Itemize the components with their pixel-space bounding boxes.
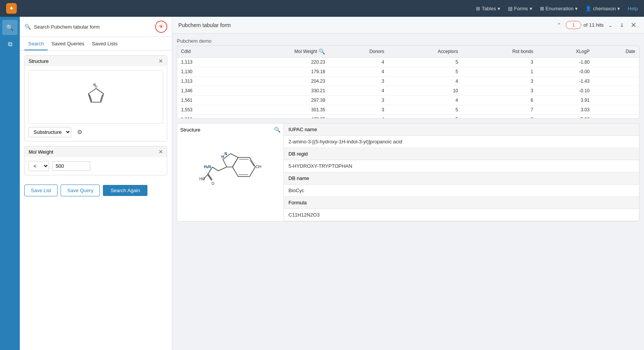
mw-value-input[interactable] [52,161,90,171]
results-table: CdId Mol Weight 🔍 Donors Acceptors [177,46,639,118]
substructure-row: Substructure Exact Similarity ⚙ [29,127,163,137]
mw-operator-select[interactable]: < > = <= >= [29,161,49,171]
table-scroll[interactable]: CdId Mol Weight 🔍 Donors Acceptors [177,46,639,118]
enumeration-icon: ⊠ [540,6,544,11]
search-panel: 🔍 👁 Search Saved Queries Saved Lists Str… [20,17,172,350]
cell-acceptors: 4 [388,77,462,86]
molweight-filter: Mol Weight ✕ < > = <= >= [24,146,167,175]
forms-chevron-icon: ▾ [530,6,532,11]
pag-prev-button[interactable]: ⌃ [554,21,564,30]
structure-filter: Structure ✕ N H [24,55,167,141]
cell-date [593,58,639,67]
cell-cdid: 1,553 [177,105,227,115]
table-section: Pubchem demo CdId Mol Weight 🔍 [177,38,639,119]
tab-saved-queries[interactable]: Saved Queries [48,39,88,50]
cell-acceptors: 5 [388,115,462,119]
save-query-button[interactable]: Save Query [61,185,100,196]
pag-next-button[interactable]: ⌄ [606,21,615,30]
cell-donors: 4 [329,58,388,67]
cell-xlogp: 3.03 [537,105,593,115]
table-row[interactable]: 1,313 204.23 3 4 3 -1.43 [177,77,639,86]
cell-xlogp: -1.80 [537,58,593,67]
cell-date [593,86,639,96]
help-link[interactable]: Help [628,6,638,11]
double-chevron-down-icon: ⇓ [620,22,624,28]
molweight-search-icon[interactable]: 🔍 [319,48,325,55]
cell-rotbonds: 1 [462,67,537,77]
structure-filter-header: Structure ✕ [25,56,167,66]
tables-menu[interactable]: ⊞ Tables ▾ [476,6,500,11]
cell-date [593,67,639,77]
detail-structure-label: Structure [180,127,200,133]
sidebar-item-search[interactable]: 🔍 [2,20,18,35]
cell-donors: 4 [329,86,388,96]
cell-rotbonds: 8 [462,115,537,119]
svg-marker-3 [232,157,255,177]
forms-menu[interactable]: ▤ Forms ▾ [508,6,532,11]
search-again-button[interactable]: Search Again [103,185,147,196]
preview-button[interactable]: 👁 [155,21,167,33]
main-layout: 🔍 ⧉ 🔍 👁 Search Saved Queries Saved Lists [0,17,644,350]
table-row[interactable]: 1,561 297.39 3 4 6 3.91 [177,96,639,105]
col-date: Date [593,46,639,58]
settings-button[interactable]: ⚙ [74,127,85,137]
molweight-filter-close[interactable]: ✕ [159,149,163,155]
cell-molweight: 301.35 [227,105,329,115]
search-tabs: Search Saved Queries Saved Lists [20,37,172,51]
data-table-wrapper: CdId Mol Weight 🔍 Donors Acceptors [177,45,639,119]
detail-structure-body: H N OH H₂N HO [180,135,280,218]
iupac-value: 2-amino-3-[(5-hydroxy-1H-indol-3-yl)]pro… [284,136,639,148]
table-row[interactable]: 1,130 179.18 4 5 1 -0.00 [177,67,639,77]
cell-cdid: 1,618 [177,115,227,119]
page-number-input[interactable] [566,21,581,29]
formula-value: C11H12N2O3 [284,209,639,221]
table-section-label: Pubchem demo [177,38,639,44]
app-logo[interactable]: ✦ [6,3,17,14]
sidebar-item-layers[interactable]: ⧉ [2,37,18,52]
table-row[interactable]: 1,618 478.35 4 5 8 5.06 [177,115,639,119]
cell-cdid: 1,130 [177,67,227,77]
table-row[interactable]: 1,346 330.21 4 10 3 -0.10 [177,86,639,96]
pag-of-hits: of 11 hits [583,22,604,28]
table-row[interactable]: 1,113 220.23 4 5 3 -1.80 [177,58,639,67]
col-cdid: CdId [177,46,227,58]
user-icon: 👤 [585,6,591,11]
iupac-header: IUPAC name [284,124,639,136]
detail-molecule-svg: H N OH H₂N HO [189,146,272,207]
filter-area: Structure ✕ N H [20,51,172,180]
tables-icon: ⊞ [476,6,480,11]
detail-structure-header: Structure 🔍 [180,127,280,133]
molweight-filter-header: Mol Weight ✕ [25,146,167,157]
cell-xlogp: -0.10 [537,86,593,96]
tab-saved-lists[interactable]: Saved Lists [88,39,121,50]
close-icon: ✕ [631,21,636,29]
gear-icon: ⚙ [77,128,82,136]
enumeration-menu[interactable]: ⊠ Enumeration ▾ [540,6,578,11]
close-content-button[interactable]: ✕ [629,21,638,30]
svg-line-11 [218,167,227,171]
layers-icon: ⧉ [8,41,12,48]
search-type-select[interactable]: Substructure Exact Similarity [29,127,71,137]
formula-header: Formula [284,197,639,209]
search-input[interactable] [34,24,152,30]
structure-drawing[interactable]: N H N [29,70,163,124]
save-list-button[interactable]: Save List [24,185,58,196]
cell-donors: 3 [329,77,388,86]
tab-search[interactable]: Search [24,39,48,50]
table-row[interactable]: 1,553 301.35 3 5 7 3.03 [177,105,639,115]
detail-structure-search-icon[interactable]: 🔍 [274,127,280,133]
cell-molweight: 179.18 [227,67,329,77]
structure-filter-close[interactable]: ✕ [159,58,163,64]
eye-icon: 👁 [159,24,164,30]
pagination-area: ⌃ of 11 hits ⌄ ⇓ ✕ [554,21,638,30]
cell-cdid: 1,561 [177,96,227,105]
results-area: Pubchem demo CdId Mol Weight 🔍 [172,34,644,350]
content-title: Pubchem tabular form [178,22,231,28]
molweight-row: < > = <= >= [29,161,163,171]
cell-xlogp: -1.43 [537,77,593,86]
detail-area: Structure 🔍 [177,123,639,222]
pag-last-button[interactable]: ⇓ [617,21,626,30]
cell-date [593,115,639,119]
user-menu[interactable]: 👤 chemaxon ▾ [585,6,620,11]
cell-rotbonds: 6 [462,96,537,105]
